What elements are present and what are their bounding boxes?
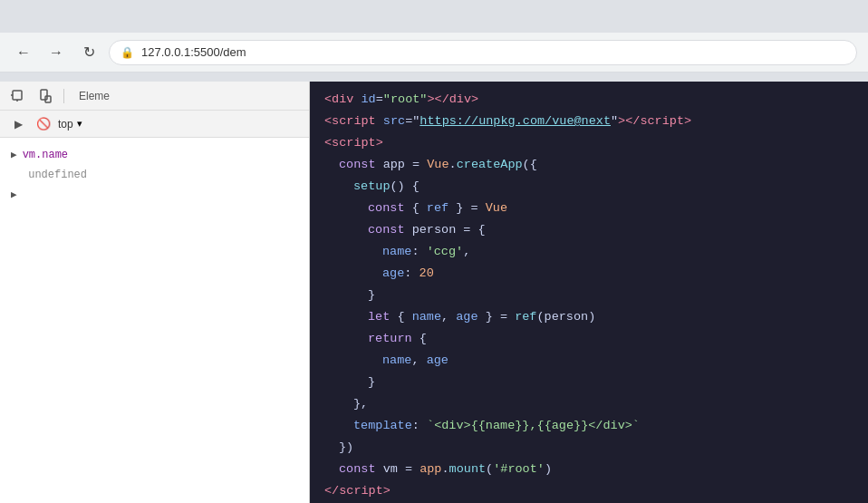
code-line-7: const person = {	[310, 219, 868, 241]
lock-icon: 🔒	[121, 46, 134, 59]
main-content: Eleme ▶ 🚫 top ▾ ▶ vm.name undefined	[0, 82, 868, 503]
code-panel: <div id="root"></div> <script src="https…	[310, 82, 868, 503]
browser-chrome: ← → ↻ 🔒 127.0.0.1:5500/dem	[0, 0, 868, 82]
code-line-18: const vm = app.mount('#root')	[310, 459, 868, 480]
forward-button[interactable]: →	[43, 40, 69, 65]
console-value-2: undefined	[28, 167, 87, 183]
dropdown-arrow[interactable]: ▾	[77, 118, 82, 130]
code-line-2: <script src="https://unpkg.com/vue@next"…	[310, 111, 868, 132]
svg-rect-0	[13, 91, 22, 100]
code-line-6: const { ref } = Vue	[310, 198, 868, 219]
svg-rect-3	[41, 90, 47, 100]
nav-bar: ← → ↻ 🔒 127.0.0.1:5500/dem	[0, 33, 868, 73]
top-label: top	[58, 118, 73, 131]
code-line-10: }	[310, 285, 868, 306]
arrow-placeholder-2	[11, 167, 23, 183]
devtools-toolbar: Eleme	[0, 82, 309, 111]
code-line-1: <div id="root"></div>	[310, 89, 868, 111]
list-item: undefined	[11, 165, 298, 185]
code-line-17: })	[310, 437, 868, 459]
code-line-3: <script>	[310, 132, 868, 154]
code-line-16: template: `<div>{{name}},{{age}}</div>`	[310, 415, 868, 437]
reload-button[interactable]: ↻	[76, 40, 101, 65]
address-text: 127.0.0.1:5500/dem	[141, 45, 246, 59]
console-area: ▶ vm.name undefined ▶	[0, 138, 309, 503]
top-selector: top ▾	[58, 118, 82, 131]
code-line-14: }	[310, 372, 868, 393]
devtools-sidebar: Eleme ▶ 🚫 top ▾ ▶ vm.name undefined	[0, 82, 310, 503]
expand-arrow-1[interactable]: ▶	[11, 147, 17, 163]
code-line-12: return {	[310, 328, 868, 350]
console-toolbar: ▶ 🚫 top ▾	[0, 111, 309, 138]
expand-icon: ▶	[14, 118, 23, 131]
code-line-19: </script>	[310, 480, 868, 502]
stop-button[interactable]: 🚫	[33, 113, 54, 135]
code-line-5: setup() {	[310, 176, 868, 198]
list-item: ▶	[11, 185, 298, 205]
inspect-icon	[11, 89, 25, 103]
list-item: ▶ vm.name	[11, 145, 298, 165]
device-icon	[38, 89, 53, 103]
stop-icon: 🚫	[36, 117, 51, 131]
console-expand-button[interactable]: ▶	[7, 113, 29, 135]
console-key-1: vm.name	[23, 147, 68, 163]
code-line-15: },	[310, 393, 868, 415]
code-line-13: name, age	[310, 350, 868, 372]
expand-arrow-3[interactable]: ▶	[11, 187, 17, 203]
code-line-8: name: 'ccg',	[310, 241, 868, 263]
code-line-11: let { name, age } = ref(person)	[310, 306, 868, 328]
code-line-9: age: 20	[310, 263, 868, 285]
device-button[interactable]	[34, 85, 56, 107]
tab-bar	[0, 0, 868, 33]
address-bar[interactable]: 🔒 127.0.0.1:5500/dem	[109, 40, 857, 65]
back-button[interactable]: ←	[11, 40, 36, 65]
code-line-4: const app = Vue.createApp({	[310, 154, 868, 176]
elements-tab-label: Eleme	[72, 90, 117, 102]
inspect-button[interactable]	[7, 85, 29, 107]
separator	[63, 89, 64, 103]
